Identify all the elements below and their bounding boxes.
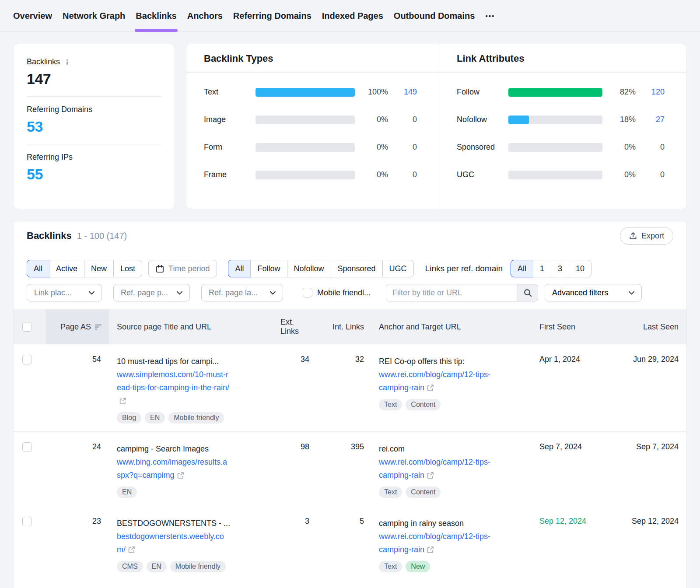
external-link-icon[interactable] [427, 469, 434, 483]
referring-domains-value[interactable]: 53 [27, 118, 161, 135]
row-checkbox[interactable] [22, 442, 32, 452]
column-first-seen[interactable]: First Seen [534, 309, 613, 344]
external-link-icon[interactable] [119, 395, 126, 408]
first-seen-date: Sep 12, 2024 [534, 517, 613, 572]
tab-indexed-pages[interactable]: Indexed Pages [322, 0, 383, 32]
column-last-seen[interactable]: Last Seen [613, 309, 687, 344]
tab-network-graph[interactable]: Network Graph [63, 0, 125, 32]
external-link-icon[interactable] [427, 382, 434, 395]
ref-page-platform-label: Ref. page p... [121, 288, 168, 298]
links-per-domain-3[interactable]: 3 [551, 260, 569, 277]
bar-count: 0 [388, 115, 417, 124]
bar-track [508, 143, 602, 152]
bar-row-text: Text 100% 149 [204, 88, 417, 97]
tag-en: EN [147, 561, 167, 572]
bar-count-link[interactable]: 27 [636, 115, 665, 124]
mobile-friendly-label: Mobile friendl... [317, 288, 371, 298]
bar-percent: 0% [361, 170, 388, 179]
target-url-text: www.rei.com/blog/camp/12-tips-camping-ra… [379, 370, 490, 392]
column-ext-links[interactable]: Ext. Links [280, 309, 315, 344]
bar-row-ugc: UGC 0% 0 [457, 170, 665, 179]
follow-filter-ugc[interactable]: UGC [382, 260, 413, 277]
links-per-domain-1[interactable]: 1 [533, 260, 551, 277]
bar-count-link[interactable]: 149 [388, 88, 417, 97]
bar-count: 0 [388, 143, 417, 152]
status-filter-active[interactable]: Active [49, 260, 84, 277]
status-filter-new[interactable]: New [84, 260, 113, 277]
table-row: 23 BESTDOGOWNERSTENTS - ... bestdogowner… [14, 506, 686, 580]
external-link-icon[interactable] [177, 469, 184, 483]
bar-fill [508, 116, 529, 124]
follow-filter-sponsored[interactable]: Sponsored [331, 260, 382, 277]
source-page-url[interactable]: www.bing.com/images/results.aspx?q=campi… [117, 455, 230, 483]
tag-content: Content [406, 486, 441, 498]
tag-mobile-friendly: Mobile friendly [168, 412, 224, 424]
mobile-friendly-checkbox[interactable] [303, 288, 312, 298]
bar-label: UGC [457, 170, 508, 179]
last-seen-date: Jun 29, 2024 [613, 355, 687, 424]
bar-count: 0 [636, 143, 665, 152]
source-page-title: 10 must-read tips for campi... [117, 355, 280, 368]
search-input[interactable] [386, 284, 518, 301]
target-url[interactable]: www.rei.com/blog/camp/12-tips-camping-ra… [379, 368, 492, 395]
tab-overview[interactable]: Overview [13, 0, 52, 32]
info-icon[interactable] [64, 59, 70, 65]
tab-referring-domains[interactable]: Referring Domains [233, 0, 312, 32]
source-page-url[interactable]: www.simplemost.com/10-must-read-tips-for… [117, 368, 230, 408]
bar-count-link[interactable]: 120 [636, 88, 665, 97]
target-url[interactable]: www.rei.com/blog/camp/12-tips-camping-ra… [379, 530, 492, 557]
select-all-checkbox[interactable] [22, 322, 32, 332]
row-checkbox[interactable] [22, 355, 32, 364]
row-checkbox[interactable] [22, 517, 32, 526]
external-link-icon[interactable] [128, 544, 135, 557]
time-period-button[interactable]: Time period [148, 260, 217, 277]
follow-filter-follow[interactable]: Follow [250, 260, 287, 277]
links-per-domain-10[interactable]: 10 [569, 260, 591, 277]
column-int-links[interactable]: Int. Links [315, 309, 370, 344]
tag-text: Text [379, 486, 402, 498]
source-url-text: www.simplemost.com/10-must-read-tips-for… [117, 370, 229, 392]
external-link-icon[interactable] [427, 544, 434, 557]
more-tabs-icon[interactable]: ••• [485, 0, 495, 32]
column-anchor-target[interactable]: Anchor and Target URL [370, 309, 534, 344]
source-page-url[interactable]: bestdogownerstents.weebly.com/ [117, 530, 230, 557]
status-filter-all[interactable]: All [27, 260, 49, 277]
tab-backlinks[interactable]: Backlinks [136, 0, 176, 32]
column-source-page[interactable]: Source page Title and URL [109, 309, 280, 344]
mobile-friendly-filter: Mobile friendl... [303, 288, 371, 298]
links-per-domain-all[interactable]: All [511, 260, 533, 277]
follow-filter-all[interactable]: All [228, 260, 250, 277]
search-button[interactable] [518, 284, 538, 301]
sort-icon [95, 324, 102, 330]
advanced-filters-dropdown[interactable]: Advanced filters [545, 284, 642, 301]
types-attributes-card: Backlink Types Link Attributes Text 100%… [186, 44, 687, 209]
time-period-label: Time period [168, 264, 210, 273]
ref-page-language-dropdown[interactable]: Ref. page la... [201, 284, 283, 301]
backlink-types-title: Backlink Types [186, 44, 439, 72]
column-page-as[interactable]: Page AS [46, 309, 109, 344]
chevron-down-icon [89, 291, 94, 295]
backlinks-table-card: Backlinks 1 - 100 (147) Export All Activ… [13, 221, 687, 588]
bar-track [256, 116, 355, 124]
follow-filter-nofollow[interactable]: Nofollow [287, 260, 331, 277]
calendar-icon [156, 265, 164, 273]
referring-ips-label: Referring IPs [27, 153, 161, 162]
anchor-tags: Text Content [379, 399, 534, 410]
target-url-text: www.rei.com/blog/camp/12-tips-camping-ra… [379, 532, 490, 554]
tab-anchors[interactable]: Anchors [187, 0, 223, 32]
referring-ips-value[interactable]: 55 [27, 166, 161, 183]
bar-row-follow: Follow 82% 120 [457, 88, 665, 97]
tag-content: Content [406, 399, 441, 410]
status-filter-lost[interactable]: Lost [113, 260, 142, 277]
table-title: Backlinks [27, 230, 72, 242]
bar-track [508, 171, 602, 179]
divider [27, 96, 161, 97]
anchor-text: camping in rainy season [379, 517, 534, 530]
page-as-value: 24 [46, 442, 109, 498]
ref-page-platform-dropdown[interactable]: Ref. page p... [113, 284, 190, 301]
link-placement-dropdown[interactable]: Link plac... [27, 284, 102, 301]
export-button[interactable]: Export [620, 227, 673, 245]
last-seen-date: Sep 7, 2024 [613, 442, 687, 498]
target-url[interactable]: www.rei.com/blog/camp/12-tips-camping-ra… [379, 455, 492, 483]
tab-outbound-domains[interactable]: Outbound Domains [394, 0, 475, 32]
